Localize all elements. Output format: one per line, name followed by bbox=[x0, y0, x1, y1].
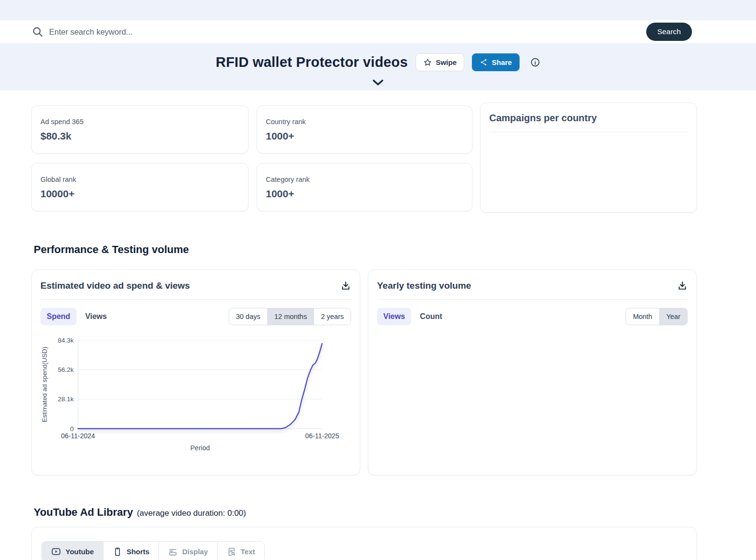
stat-label: Global rank bbox=[40, 176, 239, 183]
svg-text:28.1k: 28.1k bbox=[58, 395, 74, 403]
stat-label: Country rank bbox=[266, 118, 463, 126]
library-tab-group: Youtube Shorts Display Te bbox=[41, 541, 265, 560]
swipe-button[interactable]: Swipe bbox=[416, 53, 464, 71]
period-group: Month Year bbox=[626, 308, 688, 325]
chevron-down-icon bbox=[372, 79, 384, 86]
swipe-button-label: Swipe bbox=[436, 58, 456, 66]
stat-value: 10000+ bbox=[40, 188, 239, 200]
divider bbox=[377, 299, 688, 300]
page-title: RFID wallet Protector videos bbox=[216, 54, 408, 70]
library-subtitle: (average video duration: 0:00) bbox=[137, 509, 246, 518]
download-icon bbox=[677, 280, 688, 291]
download-icon bbox=[340, 280, 351, 291]
star-icon bbox=[423, 58, 432, 67]
svg-text:Estimated ad spend(USD): Estimated ad spend(USD) bbox=[41, 347, 48, 422]
stat-value: 1000+ bbox=[266, 130, 463, 142]
svg-text:06-11-2025: 06-11-2025 bbox=[305, 432, 339, 440]
svg-text:06-11-2024: 06-11-2024 bbox=[61, 432, 95, 440]
search-bar: Search bbox=[0, 20, 756, 43]
svg-text:56.2k: 56.2k bbox=[58, 366, 74, 373]
campaigns-per-country-card: Campaigns per country bbox=[480, 102, 697, 213]
date-range-group: 30 days 12 months 2 years bbox=[229, 308, 351, 325]
library-tab-label: Display bbox=[182, 547, 208, 556]
info-button[interactable] bbox=[530, 57, 540, 67]
stat-card-global-rank: Global rank 10000+ bbox=[31, 163, 248, 211]
svg-text:84.3k: 84.3k bbox=[58, 337, 74, 344]
stat-card-ad-spend: Ad spend 365 $80.3k bbox=[31, 105, 248, 153]
stat-card-category-rank: Category rank 1000+ bbox=[257, 163, 472, 211]
tab-youtube[interactable]: Youtube bbox=[42, 542, 103, 560]
range-year[interactable]: Year bbox=[659, 308, 687, 325]
search-button[interactable]: Search bbox=[646, 23, 692, 41]
range-12-months[interactable]: 12 months bbox=[267, 308, 314, 325]
svg-text:0: 0 bbox=[70, 425, 74, 433]
tab-text[interactable]: Text bbox=[217, 542, 264, 560]
tab-views[interactable]: Views bbox=[377, 308, 411, 325]
share-button-label: Share bbox=[492, 58, 512, 66]
stat-card-country-rank: Country rank 1000+ bbox=[257, 105, 472, 153]
youtube-play-icon bbox=[51, 547, 61, 557]
shorts-phone-icon bbox=[113, 547, 122, 557]
download-button[interactable] bbox=[677, 280, 688, 291]
stat-label: Category rank bbox=[266, 176, 463, 183]
spend-panel-title: Estimated video ad spend & views bbox=[40, 280, 190, 291]
hero-section: RFID wallet Protector videos Swipe Share bbox=[0, 43, 756, 90]
divider bbox=[40, 299, 351, 300]
stat-label: Ad spend 365 bbox=[40, 118, 239, 126]
campaigns-card-title: Campaigns per country bbox=[489, 113, 688, 124]
spend-views-panel: Estimated video ad spend & views Spend V… bbox=[31, 269, 360, 475]
tab-display[interactable]: Display bbox=[158, 542, 217, 560]
stats-section: Ad spend 365 $80.3k Country rank 1000+ G… bbox=[31, 105, 697, 213]
stat-value: 1000+ bbox=[266, 188, 463, 200]
display-layout-icon bbox=[168, 547, 178, 557]
performance-section-title: Performance & Testing volume bbox=[34, 243, 697, 256]
download-button[interactable] bbox=[340, 280, 351, 291]
testing-volume-panel: Yearly testing volume Views Count Month … bbox=[368, 269, 697, 475]
text-search-icon bbox=[227, 547, 236, 557]
youtube-ad-library-card: Youtube Shorts Display Te bbox=[31, 527, 697, 560]
tab-shorts[interactable]: Shorts bbox=[103, 542, 159, 560]
share-button[interactable]: Share bbox=[472, 53, 520, 71]
top-band bbox=[0, 0, 756, 20]
search-icon bbox=[32, 26, 43, 38]
range-month[interactable]: Month bbox=[626, 308, 659, 325]
testing-panel-title: Yearly testing volume bbox=[377, 280, 471, 291]
library-section-title: YouTube Ad Library(average video duratio… bbox=[34, 506, 697, 519]
tab-views[interactable]: Views bbox=[84, 308, 108, 325]
tab-spend[interactable]: Spend bbox=[40, 308, 77, 325]
search-input[interactable] bbox=[49, 27, 646, 37]
library-title: YouTube Ad Library bbox=[34, 506, 133, 518]
library-tab-label: Shorts bbox=[127, 547, 150, 556]
spend-chart: 028.1k56.2k84.3kEstimated ad spend(USD)0… bbox=[40, 331, 351, 454]
library-tab-label: Text bbox=[241, 547, 255, 556]
library-tab-label: Youtube bbox=[65, 547, 94, 556]
share-icon bbox=[480, 58, 488, 66]
divider bbox=[489, 132, 688, 132]
range-30-days[interactable]: 30 days bbox=[229, 308, 267, 325]
range-2-years[interactable]: 2 years bbox=[313, 308, 351, 325]
expand-toggle[interactable] bbox=[372, 79, 384, 86]
info-icon bbox=[530, 57, 540, 67]
svg-text:Period: Period bbox=[190, 444, 209, 452]
stat-value: $80.3k bbox=[40, 130, 239, 142]
tab-count[interactable]: Count bbox=[419, 308, 443, 325]
